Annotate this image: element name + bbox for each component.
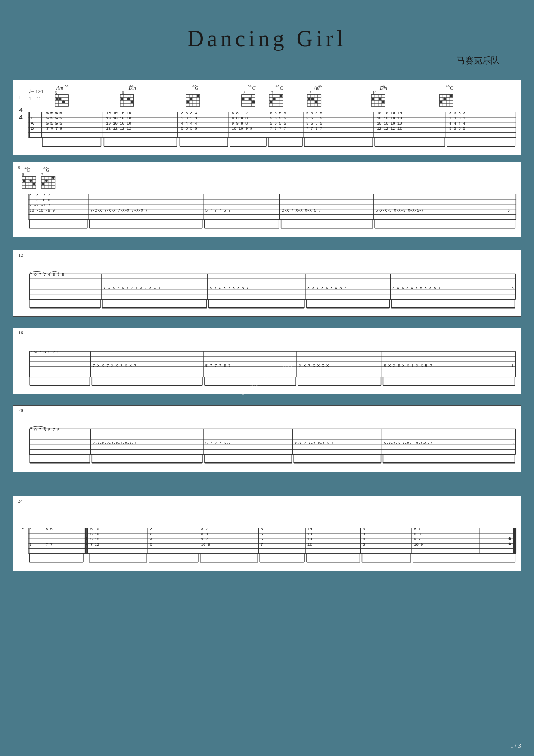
- svg-text:5-X-X-5 X-X-5 X-X-5-7: 5-X-X-5 X-X-5 X-X-5-7: [392, 286, 441, 291]
- svg-text:5-X-X-5 X-X-5 X-X-5-7: 5-X-X-5 X-X-5 X-X-5-7: [376, 209, 424, 213]
- svg-text:5 5 5 5: 5 5 5 5: [306, 111, 322, 116]
- svg-text:7: 7: [271, 91, 273, 95]
- svg-text:7 7 7 7: 7 7 7 7: [47, 127, 62, 131]
- page: Dancing Girl 马赛克乐队 4 4 1 ♩= 124 1 = C Am…: [0, 0, 534, 756]
- svg-text:3 3 3 3: 3 3 3 3: [449, 111, 465, 116]
- svg-text:10 9: 10 9: [414, 543, 423, 547]
- svg-point-95: [379, 98, 381, 100]
- svg-point-46: [131, 100, 134, 103]
- svg-text:8 8 8 8: 8 8 8 8: [232, 116, 248, 121]
- svg-text:7 7 7 7: 7 7 7 7: [306, 127, 322, 131]
- svg-text:10  -10  -9  9: 10 -10 -9 9: [29, 209, 55, 213]
- svg-text:Am: Am: [56, 85, 63, 91]
- svg-text:5 5 5 5: 5 5 5 5: [270, 122, 286, 126]
- svg-point-44: [121, 98, 123, 100]
- svg-text:10: 10: [120, 91, 124, 95]
- svg-text:7-X-X-7-X-X-7-X-X-7: 7-X-X-7-X-X-7-X-X-7: [93, 364, 136, 368]
- svg-text:8  8: 8 8: [201, 532, 208, 537]
- svg-text:3 3 3 3: 3 3 3 3: [181, 111, 197, 116]
- section-3: 12 7 9 7 7 6 5 7 5 7-X-X 7-X-X 7-X-X 7-X…: [13, 250, 521, 317]
- svg-text:8  -8  -8  8: 8 -8 -8 8: [29, 198, 50, 203]
- svg-text:X-X   7  X-X   X-X  5 7: X-X 7 X-X X-X 5 7: [307, 286, 347, 291]
- svg-rect-113: [28, 112, 30, 137]
- svg-text:5   5: 5 5: [46, 527, 53, 531]
- svg-text:5 5 5 5: 5 5 5 5: [47, 122, 62, 126]
- svg-point-84: [308, 98, 310, 100]
- svg-text:8  8: 8 8: [414, 532, 421, 537]
- svg-text:5: 5: [363, 543, 365, 547]
- section-4: 16 7 9 7 6 5 7 5 7-X-X-7-X-X-7-X-X-7 5 7…: [13, 328, 521, 394]
- svg-text:7 9  7 6  5 7  5: 7 9 7 6 5 7 5: [30, 350, 59, 355]
- svg-text:1: 1: [18, 95, 20, 100]
- svg-point-212: [52, 177, 55, 179]
- svg-rect-114: [41, 112, 42, 137]
- svg-point-75: [273, 98, 276, 100]
- svg-text:6 5 5 5: 6 5 5 5: [270, 111, 286, 116]
- svg-text:4: 4: [19, 106, 23, 113]
- svg-text:5: 5: [310, 91, 312, 95]
- svg-text:xx: xx: [43, 165, 47, 169]
- svg-text:xx: xx: [276, 83, 279, 87]
- svg-point-197: [23, 180, 25, 182]
- svg-point-85: [311, 98, 314, 100]
- svg-text:4 4 4 4: 4 4 4 4: [449, 122, 465, 126]
- svg-text:7-X-X 7-X-X 7-X-X 7-X-X 7: 7-X-X 7-X-X 7-X-X 7-X-X 7: [103, 286, 161, 291]
- section-1: 4 4 1 ♩= 124 1 = C Am xx 5 Dm xx 10 G xx…: [13, 80, 521, 155]
- svg-text:7   7: 7 7: [46, 543, 53, 547]
- svg-point-66: [252, 100, 255, 103]
- svg-text:16: 16: [19, 330, 23, 335]
- svg-text:10 10 10 10: 10 10 10 10: [106, 111, 131, 116]
- page-number: 1 / 3: [510, 743, 521, 750]
- svg-text:5-X-X-5 X-X-5 X-X-5-7: 5-X-X-5 X-X-5 X-X-5-7: [384, 441, 432, 446]
- svg-text:5: 5: [508, 209, 510, 213]
- svg-text:24: 24: [18, 498, 23, 503]
- svg-point-76: [280, 95, 283, 97]
- svg-text:G: G: [450, 85, 454, 91]
- svg-text:5 5 5 5: 5 5 5 5: [449, 127, 465, 131]
- svg-text:5-X-X-5 X-X-5 X-X-5-7: 5-X-X-5 X-X-5 X-X-5-7: [384, 364, 432, 368]
- svg-point-106: [450, 95, 453, 97]
- svg-text:9  7: 9 7: [414, 537, 421, 542]
- svg-rect-410: [513, 528, 515, 553]
- svg-text:7 7 7 7: 7 7 7 7: [270, 127, 286, 131]
- svg-text:5: 5: [512, 364, 514, 368]
- svg-text:5: 5: [512, 441, 514, 446]
- svg-text:4: 4: [150, 537, 152, 542]
- svg-rect-411: [515, 528, 516, 553]
- svg-point-409: [509, 543, 511, 545]
- section-6: 24 • 5 5 7 5 5 7 7 5 10 5 10 5 10 7 12: [13, 496, 521, 571]
- svg-point-45: [127, 98, 130, 100]
- svg-text:5 5 5 5: 5 5 5 5: [47, 116, 62, 121]
- svg-point-54: [186, 100, 189, 103]
- svg-text:8 8 7 2: 8 8 7 2: [232, 111, 248, 116]
- svg-text:3: 3: [150, 527, 152, 531]
- svg-text:10: 10: [95, 537, 99, 542]
- svg-text:8: 8: [18, 164, 21, 169]
- svg-text:3: 3: [363, 532, 365, 537]
- svg-rect-366: [85, 528, 87, 553]
- svg-text:7: 7: [29, 543, 31, 547]
- svg-text:10 10 10 10: 10 10 10 10: [106, 122, 131, 126]
- svg-text:X-X   7  X-X   X-X  5 7: X-X 7 X-X X-X 5 7: [295, 441, 334, 446]
- svg-text:9  -9  -7  7: 9 -9 -7 7: [29, 203, 50, 208]
- svg-text:5: 5: [150, 543, 152, 547]
- svg-point-408: [509, 537, 511, 540]
- svg-text:xx: xx: [381, 83, 385, 87]
- svg-text:7-X-X 7-X-X 7-X-X 7-X-X 7: 7-X-X 7-X-X 7-X-X 7-X-X 7: [90, 209, 148, 213]
- svg-text:12 12 12 12: 12 12 12 12: [106, 127, 131, 131]
- svg-text:3 3 3 3: 3 3 3 3: [449, 116, 465, 121]
- svg-text:X-X   7  X-X   X-X: X-X 7 X-X X-X: [299, 364, 329, 368]
- svg-text:10: 10: [95, 532, 99, 537]
- svg-text:10: 10: [307, 527, 312, 531]
- svg-point-36: [62, 100, 65, 103]
- svg-point-199: [33, 182, 35, 185]
- svg-text:10 9: 10 9: [201, 543, 210, 547]
- svg-text:5: 5: [29, 527, 31, 531]
- svg-text:♩= 124: ♩= 124: [28, 88, 43, 94]
- svg-text:5 5 5 5: 5 5 5 5: [270, 116, 286, 121]
- svg-text:10 10 9 9: 10 10 9 9: [232, 127, 252, 131]
- svg-text:9 9 8 8: 9 9 8 8: [232, 122, 248, 126]
- svg-text:10 10 10 10: 10 10 10 10: [377, 116, 402, 121]
- svg-text:8  7: 8 7: [201, 527, 208, 531]
- svg-text:7 9  7 6  5 7  5: 7 9 7 6 5 7 5: [30, 428, 59, 432]
